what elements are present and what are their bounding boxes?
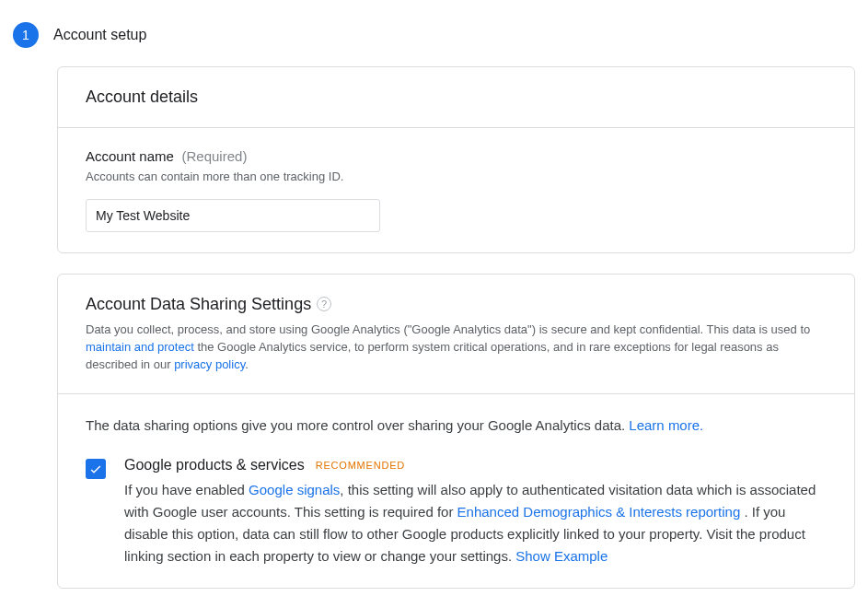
help-icon[interactable]: ?: [317, 297, 331, 311]
option-description: If you have enabled Google signals, this…: [124, 479, 827, 567]
show-example-link[interactable]: Show Example: [515, 548, 608, 564]
account-name-input[interactable]: [86, 199, 380, 232]
maintain-protect-link[interactable]: maintain and protect: [86, 340, 194, 354]
data-sharing-card: Account Data Sharing Settings ? Data you…: [57, 274, 855, 589]
account-name-helper: Accounts can contain more than one track…: [86, 169, 827, 186]
enhanced-demographics-link[interactable]: Enhanced Demographics & Interests report…: [457, 504, 741, 520]
data-sharing-intro: The data sharing options give you more c…: [86, 415, 827, 436]
account-name-label: Account name: [86, 148, 174, 164]
checkbox-google-products[interactable]: [86, 459, 106, 479]
required-label: (Required): [178, 148, 247, 164]
step-title: Account setup: [53, 27, 146, 43]
step-header: 1 Account setup: [13, 22, 855, 48]
sharing-option-google-products: Google products & services RECOMMENDED I…: [86, 457, 827, 567]
privacy-policy-link[interactable]: privacy policy: [174, 357, 245, 371]
data-sharing-description: Data you collect, process, and store usi…: [86, 322, 827, 374]
learn-more-link[interactable]: Learn more.: [629, 417, 703, 433]
data-sharing-title: Account Data Sharing Settings: [86, 295, 311, 314]
account-name-label-row: Account name (Required): [86, 148, 827, 165]
google-signals-link[interactable]: Google signals: [249, 482, 340, 497]
check-icon: [88, 462, 103, 476]
option-title: Google products & services: [124, 457, 305, 474]
account-details-card: Account details Account name (Required) …: [57, 66, 855, 253]
step-number-badge: 1: [13, 22, 39, 48]
account-details-title: Account details: [86, 88, 827, 107]
recommended-badge: RECOMMENDED: [316, 460, 405, 471]
